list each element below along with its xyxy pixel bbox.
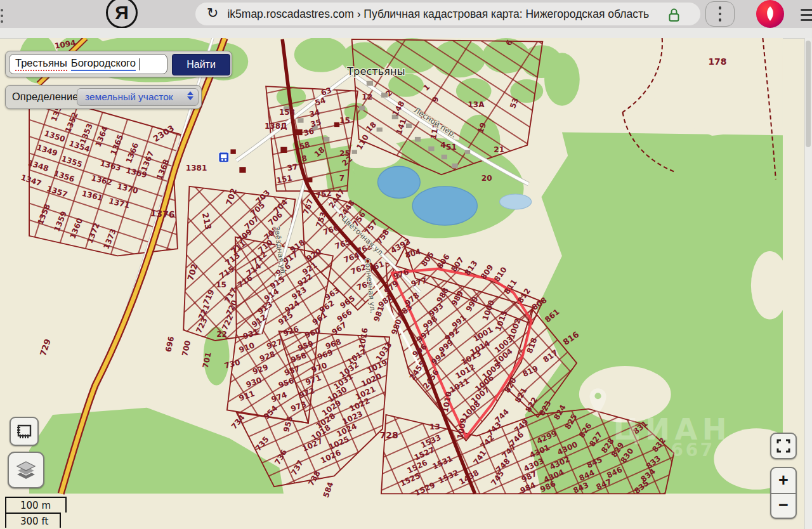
parcel-label: 178 (708, 56, 726, 67)
parcel-label: 13 (429, 422, 440, 431)
parcel-label: 1381 (186, 164, 207, 173)
layers-icon (15, 459, 37, 481)
toolbar-strip (0, 28, 812, 39)
yandex-browser-logo[interactable] (755, 0, 785, 32)
fullscreen-button[interactable] (770, 433, 797, 459)
parcel-label: 15 (339, 116, 350, 125)
scrollbar[interactable] (804, 38, 812, 529)
definition-panel: Определение: земельный участок (5, 85, 202, 109)
text-caret (139, 58, 140, 70)
place-label: Трестьяны (346, 65, 405, 77)
cadastral-map[interactable]: 1094135113521353136413651366136713681350… (0, 38, 812, 529)
url-text: ik5map.roscadastres.com › Публичная када… (227, 8, 649, 21)
overflow-dots-icon[interactable] (1, 6, 4, 22)
zoom-out-button[interactable]: − (771, 493, 796, 518)
search-input[interactable]: Трестьяны Богородского (9, 54, 167, 74)
scale-metric: 100 m (5, 497, 67, 513)
browser-menu-button[interactable] (705, 1, 735, 27)
address-bar[interactable]: ↻ ik5map.roscadastres.com › Публичная ка… (195, 3, 700, 25)
watermark-digits: 667 (671, 440, 715, 460)
zoom-controls: + − (770, 467, 797, 519)
layers-button[interactable] (8, 452, 44, 488)
search-term-1: Трестьяны (15, 57, 67, 71)
parcel-label: 728 (380, 430, 398, 440)
parcel-label: 13А (468, 100, 485, 109)
search-term-2: Богородского (71, 57, 136, 71)
parcel-label: 37 (287, 162, 299, 173)
definition-select[interactable]: земельный участок (77, 88, 199, 106)
definition-value: земельный участок (85, 91, 173, 103)
scale-control: 100 m 300 ft (5, 497, 67, 528)
parcel-label: 51 (446, 143, 457, 152)
measure-button[interactable] (10, 417, 39, 446)
parcel-label: 138Д (265, 122, 287, 131)
parcel-label: 12 (362, 93, 372, 101)
screen: Я ↻ ik5map.roscadastres.com › Публичная … (0, 0, 812, 529)
parcel-label: 1376 (150, 208, 175, 220)
bus-stop-icon (219, 152, 229, 162)
parcel-label: 4 (440, 141, 445, 150)
hamburger-menu-icon[interactable] (801, 6, 812, 24)
fullscreen-icon (775, 438, 792, 454)
definition-label: Определение: (12, 91, 81, 103)
parcel-label: 20 (481, 174, 492, 183)
select-arrows-icon (187, 91, 193, 100)
parcel-label: 153 (279, 108, 295, 117)
lock-icon[interactable] (668, 8, 680, 25)
search-button[interactable]: Найти (172, 54, 230, 75)
parcel-label: 15 (216, 280, 226, 289)
ruler-icon (15, 422, 33, 440)
parcel-label: 7 (339, 174, 344, 183)
browser-toolbar: Я ↻ ik5map.roscadastres.com › Публичная … (0, 0, 812, 28)
yandex-logo-letter: Я (115, 2, 129, 23)
parcel-label: 21 (494, 145, 504, 154)
refresh-icon[interactable]: ↻ (207, 5, 218, 22)
search-panel: Трестьяны Богородского Найти (5, 51, 232, 77)
scrollbar-thumb[interactable] (806, 41, 811, 147)
zoom-in-button[interactable]: + (771, 468, 796, 494)
yandex-logo[interactable]: Я (106, 0, 138, 29)
scale-imperial: 300 ft (5, 513, 61, 528)
